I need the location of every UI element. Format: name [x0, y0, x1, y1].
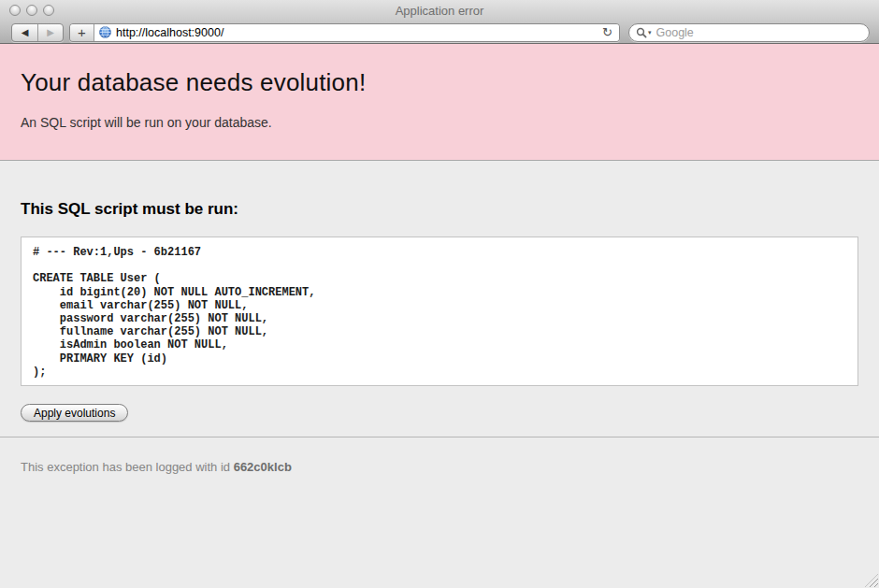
- chevron-down-icon: ▾: [648, 29, 652, 36]
- forward-icon: ▶: [47, 27, 54, 37]
- new-tab-button[interactable]: +: [70, 24, 94, 41]
- footer-divider: [0, 437, 879, 437]
- address-bar: ↻: [94, 24, 619, 41]
- main-content: This SQL script must be run: # --- Rev:1…: [0, 200, 879, 474]
- nav-button-group: ◀ ▶: [11, 23, 64, 42]
- search-field[interactable]: ▾: [628, 23, 870, 42]
- exception-log-line: This exception has been logged with id 6…: [21, 460, 858, 474]
- sql-script-box: # --- Rev:1,Ups - 6b21167 CREATE TABLE U…: [21, 237, 858, 386]
- back-icon: ◀: [22, 27, 29, 37]
- page-subtitle: An SQL script will be run on your databa…: [21, 115, 858, 130]
- exception-log-text: This exception has been logged with id: [21, 460, 234, 474]
- search-icon: [636, 27, 647, 38]
- title-bar[interactable]: Application error: [0, 0, 879, 21]
- script-heading: This SQL script must be run:: [21, 200, 858, 219]
- browser-chrome: Application error ◀ ▶ +: [0, 0, 879, 44]
- url-input[interactable]: [116, 26, 599, 39]
- globe-icon: [99, 26, 111, 38]
- evolution-banner: Your database needs evolution! An SQL sc…: [0, 44, 879, 161]
- browser-toolbar: ◀ ▶ +: [0, 21, 879, 44]
- plus-icon: +: [78, 24, 86, 40]
- forward-button[interactable]: ▶: [37, 24, 63, 41]
- address-bar-group: +: [69, 23, 620, 42]
- browser-window: Application error ◀ ▶ +: [0, 0, 879, 588]
- window-resize-grip[interactable]: [865, 574, 878, 587]
- exception-id: 662c0klcb: [234, 460, 292, 474]
- window-title: Application error: [0, 4, 879, 18]
- search-input[interactable]: [656, 26, 861, 39]
- back-button[interactable]: ◀: [12, 24, 37, 41]
- apply-evolutions-button[interactable]: Apply evolutions: [21, 404, 128, 422]
- page-title: Your database needs evolution!: [21, 68, 858, 97]
- reload-icon[interactable]: ↻: [599, 24, 615, 41]
